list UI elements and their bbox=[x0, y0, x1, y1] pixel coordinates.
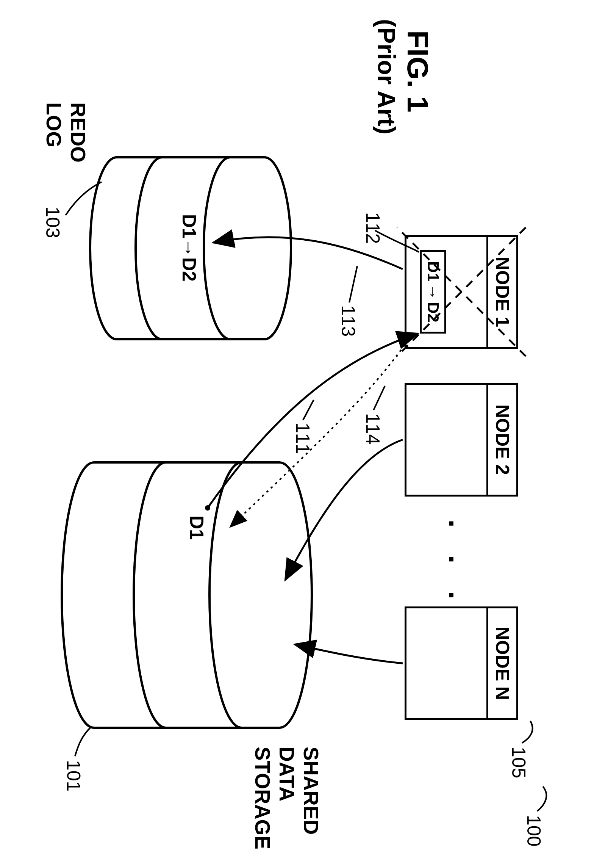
shared-storage-title: SHARED DATA STORAGE bbox=[250, 747, 323, 849]
redo-log-title: REDO LOG bbox=[42, 102, 90, 163]
ref-101: 101 bbox=[63, 760, 84, 791]
ref-105: 105 bbox=[508, 747, 530, 778]
ref-113: 113 bbox=[337, 305, 359, 337]
ref-111: 111 bbox=[292, 423, 314, 454]
ref-103: 103 bbox=[42, 207, 64, 238]
shared-storage-content: D1 bbox=[186, 515, 208, 540]
redo-log-content: D1→D2 bbox=[178, 214, 200, 282]
svg-point-5 bbox=[205, 505, 210, 511]
ref-112: 112 bbox=[362, 212, 384, 244]
ref-100: 100 bbox=[523, 815, 545, 846]
shared-storage-cylinder bbox=[62, 462, 312, 728]
ref-114: 114 bbox=[362, 413, 384, 445]
